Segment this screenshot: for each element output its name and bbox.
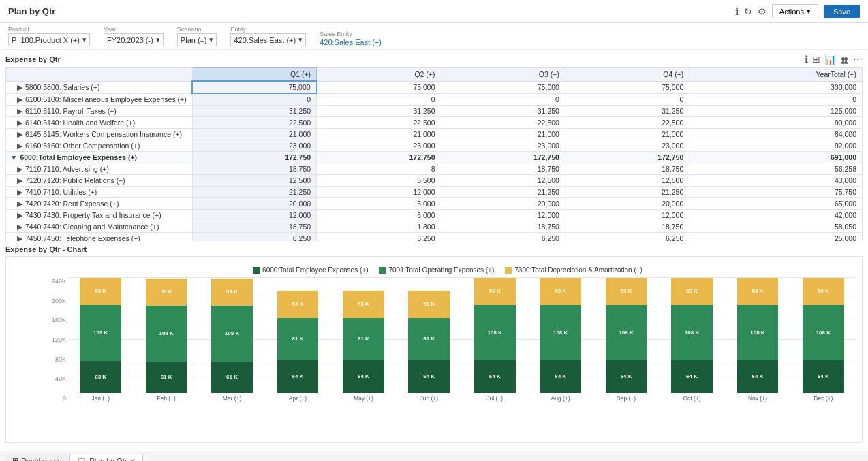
table-cell[interactable]: 691,000 xyxy=(689,152,863,163)
save-button[interactable]: Save xyxy=(824,5,860,18)
table-row-label: ▶7110:7110: Advertising (+) xyxy=(6,163,193,175)
table-cell[interactable]: 65,000 xyxy=(689,198,863,210)
table-cell[interactable]: 20,000 xyxy=(192,198,316,210)
top-bar-actions: ℹ ↻ ⚙ Actions ▾ Save xyxy=(735,4,860,18)
table-cell[interactable]: 58,050 xyxy=(689,221,863,233)
table-info-icon[interactable]: ℹ xyxy=(805,54,808,65)
table-cell[interactable]: 23,000 xyxy=(441,140,565,152)
table-cell[interactable]: 172,750 xyxy=(192,152,316,163)
table-cell[interactable]: 20,000 xyxy=(441,198,565,210)
table-cell[interactable]: 43,000 xyxy=(689,175,863,187)
table-cell[interactable]: 0 xyxy=(689,93,863,106)
table-cell[interactable]: 5,000 xyxy=(317,198,441,210)
table-cell[interactable]: 21,000 xyxy=(192,129,316,140)
table-cell[interactable]: 31,250 xyxy=(192,106,316,117)
bar-group: 64 K81 K53 KApr (+) xyxy=(266,278,329,402)
table-cell[interactable]: 22,500 xyxy=(565,117,689,129)
table-cell[interactable]: 31,250 xyxy=(441,106,565,117)
actions-button[interactable]: Actions ▾ xyxy=(772,4,818,18)
table-cell[interactable]: 6,000 xyxy=(317,210,441,221)
entity-select[interactable]: 420:Sales East (+) ▾ xyxy=(230,33,306,46)
table-cell[interactable]: 0 xyxy=(317,93,441,106)
table-cell[interactable]: 12,500 xyxy=(192,175,316,187)
table-cell[interactable]: 18,750 xyxy=(441,221,565,233)
col-header-q2[interactable]: Q2 (+) xyxy=(317,68,441,82)
settings-icon[interactable]: ⚙ xyxy=(758,6,766,17)
table-cell[interactable]: 21,250 xyxy=(192,187,316,198)
table-cell[interactable]: 75,000 xyxy=(317,81,441,93)
table-cell[interactable]: 0 xyxy=(565,93,689,106)
table-cell[interactable]: 31,250 xyxy=(317,106,441,117)
table-cell[interactable]: 18,750 xyxy=(192,221,316,233)
table-cell[interactable]: 75,000 xyxy=(441,81,565,93)
table-cell[interactable]: 23,000 xyxy=(317,140,441,152)
table-cell[interactable]: 23,000 xyxy=(565,140,689,152)
y-axis-label: 120K xyxy=(40,336,66,343)
table-cell[interactable]: 8 xyxy=(317,163,441,175)
table-cell[interactable]: 22,500 xyxy=(192,117,316,129)
table-cell[interactable]: 75,000 xyxy=(192,81,316,93)
sales-entity-link[interactable]: 420:Sales East (+) xyxy=(320,38,382,46)
table-cell[interactable]: 90,000 xyxy=(689,117,863,129)
table-cell[interactable]: 6,250 xyxy=(317,233,441,242)
filter-product: Product P_100:Product X (+) ▾ xyxy=(8,26,90,46)
table-cell[interactable]: 18,750 xyxy=(565,163,689,175)
table-cell[interactable]: 125,000 xyxy=(689,106,863,117)
table-cell[interactable]: 56,258 xyxy=(689,163,863,175)
table-cell[interactable]: 21,000 xyxy=(565,129,689,140)
table-cell[interactable]: 6,250 xyxy=(192,233,316,242)
table-cell[interactable]: 75,000 xyxy=(565,81,689,93)
table-cell[interactable]: 12,000 xyxy=(317,187,441,198)
table-cell[interactable]: 75,750 xyxy=(689,187,863,198)
table-cell[interactable]: 6,250 xyxy=(441,233,565,242)
table-cell[interactable]: 12,500 xyxy=(441,175,565,187)
table-cell[interactable]: 18,750 xyxy=(565,221,689,233)
table-cell[interactable]: 21,000 xyxy=(317,129,441,140)
table-cell[interactable]: 31,250 xyxy=(565,106,689,117)
table-cell[interactable]: 0 xyxy=(192,93,316,106)
table-cell[interactable]: 172,750 xyxy=(317,152,441,163)
col-header-year[interactable]: YearTotal (+) xyxy=(689,68,863,82)
table-scroll[interactable]: Q1 (+) Q2 (+) Q3 (+) Q4 (+) YearTotal (+… xyxy=(5,67,863,241)
table-cell[interactable]: 23,000 xyxy=(192,140,316,152)
refresh-icon[interactable]: ↻ xyxy=(744,6,752,17)
table-cell[interactable]: 1,800 xyxy=(317,221,441,233)
table-cell[interactable]: 12,000 xyxy=(192,210,316,221)
table-cell[interactable]: 20,000 xyxy=(565,198,689,210)
col-header-q4[interactable]: Q4 (+) xyxy=(565,68,689,82)
table-cell[interactable]: 25,000 xyxy=(689,233,863,242)
col-header-q1[interactable]: Q1 (+) xyxy=(192,68,316,82)
table-cell[interactable]: 18,750 xyxy=(441,163,565,175)
table-cell[interactable]: 22,500 xyxy=(441,117,565,129)
table-cell[interactable]: 172,750 xyxy=(441,152,565,163)
table-cell[interactable]: 21,250 xyxy=(441,187,565,198)
table-cell[interactable]: 12,500 xyxy=(565,175,689,187)
table-cell[interactable]: 21,250 xyxy=(565,187,689,198)
table-cell[interactable]: 300,000 xyxy=(689,81,863,93)
table-cell[interactable]: 12,000 xyxy=(441,210,565,221)
table-cell[interactable]: 21,000 xyxy=(441,129,565,140)
tab-dashboards[interactable]: ⊞ Dashboards xyxy=(5,454,68,461)
table-cell[interactable]: 0 xyxy=(441,93,565,106)
year-select[interactable]: FY20:2023 (-) ▾ xyxy=(104,33,164,46)
table-cell[interactable]: 42,000 xyxy=(689,210,863,221)
table-cell[interactable]: 22,500 xyxy=(317,117,441,129)
table-chart-icon[interactable]: 📊 xyxy=(824,54,836,65)
table-cell[interactable]: 84,000 xyxy=(689,129,863,140)
table-cell[interactable]: 172,750 xyxy=(565,152,689,163)
table-cell[interactable]: 12,000 xyxy=(565,210,689,221)
table-cell[interactable]: 5,500 xyxy=(317,175,441,187)
table-cell[interactable]: 6,250 xyxy=(565,233,689,242)
col-header-q3[interactable]: Q3 (+) xyxy=(441,68,565,82)
table-grid-icon[interactable]: ⊞ xyxy=(812,54,820,65)
table-cell[interactable]: 18,750 xyxy=(192,163,316,175)
product-select[interactable]: P_100:Product X (+) ▾ xyxy=(8,33,90,46)
table-cell[interactable]: 92,000 xyxy=(689,140,863,152)
tab-plan-by-qtr[interactable]: 📋 Plan by Qtr ✕ xyxy=(69,454,143,462)
table-more-icon[interactable]: ⋯ xyxy=(853,54,863,65)
scenario-select[interactable]: Plan (–) ▾ xyxy=(177,33,217,46)
info-icon[interactable]: ℹ xyxy=(735,6,739,17)
table-bar-icon[interactable]: ▦ xyxy=(840,54,849,65)
tab-close-icon[interactable]: ✕ xyxy=(129,457,136,462)
legend-swatch xyxy=(505,267,512,274)
